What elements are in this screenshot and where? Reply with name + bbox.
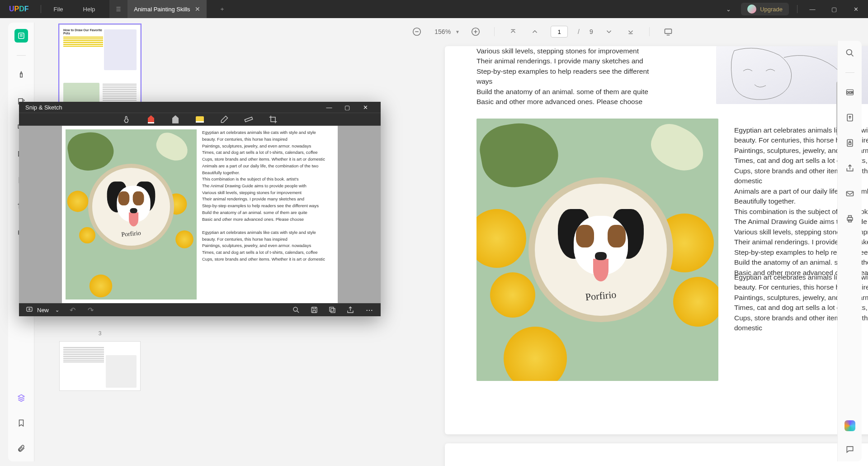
tab-title: Animal Painting Skills (134, 6, 190, 13)
svg-text:OCR: OCR (846, 91, 853, 94)
snip-minimize-icon[interactable]: — (320, 104, 338, 111)
page-2[interactable] (445, 443, 868, 466)
ballpoint-pen-icon[interactable] (146, 114, 156, 125)
svg-rect-19 (665, 29, 671, 33)
document-toolbar: 156% ▼ / 9 (244, 23, 841, 41)
svg-rect-24 (311, 307, 317, 313)
zoom-dropdown-icon[interactable]: ▼ (455, 29, 460, 34)
zoom-level: 156% (433, 28, 453, 35)
zoom-in-icon[interactable] (470, 26, 481, 38)
share-snip-icon[interactable] (346, 306, 356, 314)
top-paragraph: Various skill levels, stepping stones fo… (476, 46, 666, 107)
share-icon[interactable] (844, 162, 856, 174)
svg-rect-26 (330, 307, 334, 311)
maximize-button[interactable]: ▢ (827, 6, 841, 13)
email-icon[interactable] (844, 188, 856, 200)
more-icon[interactable]: ⋯ (364, 306, 374, 314)
save-icon[interactable] (310, 306, 320, 314)
snip-canvas[interactable]: Porfirio Egyptian art celebrates animals… (19, 126, 381, 303)
app-logo: UPDF (0, 5, 38, 13)
search-icon[interactable] (844, 47, 856, 59)
reader-tool[interactable] (14, 29, 28, 43)
svg-rect-12 (849, 143, 851, 144)
svg-rect-20 (245, 117, 252, 122)
tab-close-icon[interactable]: ✕ (195, 5, 200, 13)
bookmark-tool[interactable] (14, 416, 28, 430)
comment-icon[interactable] (844, 443, 856, 455)
highlighter-tool[interactable] (14, 68, 28, 82)
menu-file[interactable]: File (44, 0, 73, 18)
snip-captured-image: Porfirio Egyptian art celebrates animals… (62, 126, 338, 303)
snip-new-button[interactable]: New ⌄ (25, 306, 59, 314)
svg-rect-13 (846, 191, 853, 196)
ruler-icon[interactable] (243, 114, 254, 125)
protect-icon[interactable] (844, 137, 856, 149)
close-button[interactable]: ✕ (849, 6, 863, 13)
slideshow-icon[interactable] (662, 26, 674, 38)
attachment-tool[interactable] (14, 442, 28, 455)
highlighter-icon[interactable] (194, 114, 205, 125)
layers-tool[interactable] (14, 391, 28, 404)
snip-close-icon[interactable]: ✕ (356, 104, 374, 111)
snip-sketch-window: Snip & Sketch — ▢ ✕ (19, 102, 381, 316)
export-icon[interactable] (844, 112, 856, 124)
snip-toolbar (19, 113, 381, 126)
snip-maximize-icon[interactable]: ▢ (338, 104, 356, 111)
tab-home[interactable] (109, 0, 127, 18)
svg-rect-21 (27, 307, 32, 311)
first-page-icon[interactable] (507, 26, 519, 38)
redo-icon[interactable]: ↷ (85, 306, 95, 314)
snip-titlebar[interactable]: Snip & Sketch — ▢ ✕ (19, 102, 381, 113)
chevron-down-icon[interactable]: ⌄ (724, 6, 733, 13)
ocr-icon[interactable]: OCR (844, 86, 856, 98)
touch-writing-icon[interactable] (121, 114, 132, 125)
upgrade-button[interactable]: Upgrade (741, 3, 789, 15)
prev-page-icon[interactable] (529, 26, 541, 38)
pencil-icon[interactable] (170, 114, 181, 125)
minimize-button[interactable]: — (806, 6, 819, 13)
snip-bottom-bar: New ⌄ ↶ ↷ ⋯ (19, 303, 381, 316)
right-toolbar: OCR (837, 41, 862, 461)
zoom-icon[interactable] (292, 306, 302, 314)
page-1[interactable]: Various skill levels, stepping stones fo… (445, 46, 868, 434)
svg-point-22 (29, 309, 30, 310)
page-number-input[interactable] (551, 26, 568, 38)
thumbnail-number: 3 (39, 330, 161, 337)
snip-title-label: Snip & Sketch (25, 104, 62, 111)
tab-add[interactable]: ＋ (207, 0, 238, 18)
svg-rect-25 (331, 309, 335, 313)
undo-icon[interactable]: ↶ (67, 306, 77, 314)
tab-document[interactable]: Animal Painting Skills ✕ (127, 0, 206, 18)
eraser-icon[interactable] (219, 114, 230, 125)
svg-rect-15 (848, 216, 851, 218)
zoom-out-icon[interactable] (411, 26, 423, 38)
copy-icon[interactable] (328, 306, 338, 314)
plus-icon: ＋ (213, 5, 231, 13)
ai-assistant-icon[interactable] (844, 420, 856, 432)
dog-embroidery-image: Porfirio (476, 119, 718, 381)
app-titlebar: UPDF File Help Animal Painting Skills ✕ … (0, 0, 868, 18)
menu-help[interactable]: Help (73, 0, 105, 18)
print-icon[interactable] (844, 213, 856, 225)
svg-point-7 (846, 50, 852, 55)
svg-point-23 (293, 307, 297, 311)
crop-icon[interactable] (268, 114, 278, 125)
thumbnail-page-3[interactable] (59, 341, 141, 391)
page-separator: / (578, 28, 580, 35)
last-page-icon[interactable] (625, 26, 637, 38)
avatar-icon (747, 5, 756, 14)
snip-new-chevron-icon[interactable]: ⌄ (55, 307, 59, 313)
page-total: 9 (590, 28, 593, 35)
next-page-icon[interactable] (603, 26, 615, 38)
